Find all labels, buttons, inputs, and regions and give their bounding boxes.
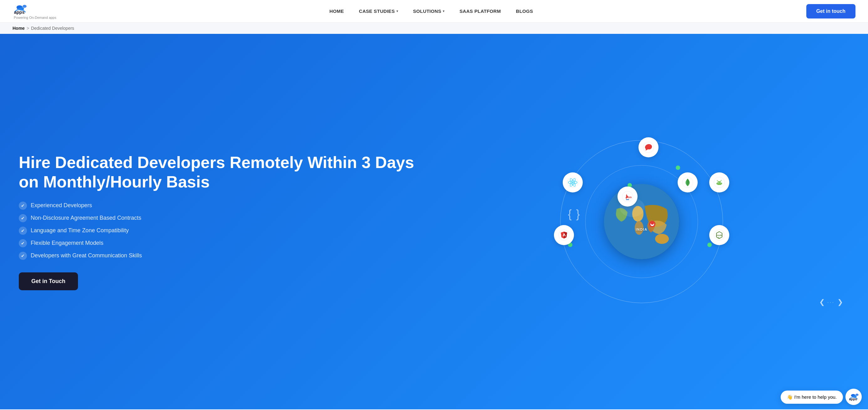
check-icon-1: ✔ bbox=[19, 202, 27, 210]
prev-arrow-icon[interactable]: ❮ bbox=[819, 298, 825, 306]
tech-icon-java[interactable]: Java bbox=[618, 186, 638, 207]
main-nav: HOME CASE STUDIES ▾ SOLUTIONS ▾ SAAS PLA… bbox=[330, 8, 533, 14]
india-label: INDIA bbox=[636, 228, 647, 231]
check-icon-3: ✔ bbox=[19, 227, 27, 235]
svg-point-24 bbox=[718, 182, 719, 183]
orbit-dot-4 bbox=[676, 166, 680, 170]
svg-rect-20 bbox=[626, 199, 629, 200]
chat-avatar[interactable]: apps bbox=[845, 389, 862, 405]
svg-point-15 bbox=[572, 181, 574, 183]
svg-point-25 bbox=[720, 182, 720, 183]
feature-item-5: ✔ Developers with Great Communication Sk… bbox=[19, 252, 434, 260]
mongodb-logo bbox=[682, 177, 693, 188]
svg-rect-28 bbox=[716, 183, 717, 184]
globe-container: INDIA { } bbox=[554, 134, 729, 310]
chat-message: 👋 I'm here to help you. bbox=[787, 394, 837, 400]
hero-section: Hire Dedicated Developers Remotely Withi… bbox=[0, 34, 868, 409]
java-logo: Java bbox=[622, 191, 633, 202]
angular-logo bbox=[558, 230, 569, 241]
svg-point-4 bbox=[604, 184, 679, 259]
breadcrumb-home[interactable]: Home bbox=[12, 26, 25, 31]
logo-subtitle: Powering On-Demand apps bbox=[14, 16, 56, 20]
hero-content: Hire Dedicated Developers Remotely Withi… bbox=[19, 153, 434, 290]
tech-icon-react[interactable] bbox=[563, 172, 583, 193]
next-arrow-icon[interactable]: ❯ bbox=[837, 298, 843, 306]
nav-item-saas-platform[interactable]: SAAS PLATFORM bbox=[460, 8, 501, 14]
header-get-in-touch-button[interactable]: Get in touch bbox=[806, 4, 856, 19]
check-icon-5: ✔ bbox=[19, 252, 27, 260]
feature-item-1: ✔ Experienced Developers bbox=[19, 202, 434, 210]
logo-text: apps bbox=[12, 3, 28, 15]
svg-point-7 bbox=[655, 234, 669, 244]
solutions-chevron-icon: ▾ bbox=[443, 9, 444, 13]
svg-point-11 bbox=[651, 222, 654, 225]
brackets-icon: { } bbox=[568, 207, 579, 221]
svg-text:.js: .js bbox=[717, 237, 720, 238]
tech-icon-angular[interactable] bbox=[554, 225, 574, 245]
nav-item-home[interactable]: HOME bbox=[330, 8, 344, 14]
feature-item-3: ✔ Language and Time Zone Compatibility bbox=[19, 227, 434, 235]
header: apps Powering On-Demand apps HOME CASE S… bbox=[0, 0, 868, 23]
svg-text:apps: apps bbox=[849, 397, 857, 401]
android-logo bbox=[714, 177, 725, 188]
tech-icon-mongodb[interactable] bbox=[678, 172, 698, 193]
globe: INDIA bbox=[604, 184, 679, 259]
logo-icon: apps bbox=[12, 3, 28, 15]
breadcrumb-current: Dedicated Developers bbox=[31, 26, 74, 31]
hero-features-list: ✔ Experienced Developers ✔ Non-Disclosur… bbox=[19, 202, 434, 260]
hero-globe-illustration: INDIA { } bbox=[434, 124, 849, 319]
react-logo bbox=[567, 177, 578, 188]
svg-text:node: node bbox=[717, 234, 722, 237]
nav-item-solutions[interactable]: SOLUTIONS ▾ bbox=[413, 8, 445, 14]
nav-item-case-studies[interactable]: CASE STUDIES ▾ bbox=[359, 8, 398, 14]
check-icon-2: ✔ bbox=[19, 214, 27, 222]
feature-item-2: ✔ Non-Disclosure Agreement Based Contrac… bbox=[19, 214, 434, 222]
chat-avatar-logo: apps bbox=[848, 392, 859, 401]
svg-point-3 bbox=[23, 5, 27, 8]
breadcrumb: Home > Dedicated Developers bbox=[0, 23, 868, 34]
case-studies-chevron-icon: ▾ bbox=[396, 9, 398, 13]
check-icon-4: ✔ bbox=[19, 239, 27, 247]
hero-nav-arrows[interactable]: ❮ ··· ❯ bbox=[819, 298, 843, 306]
tech-icon-swift[interactable] bbox=[639, 137, 658, 157]
logo[interactable]: apps Powering On-Demand apps bbox=[12, 3, 56, 20]
hero-title: Hire Dedicated Developers Remotely Withi… bbox=[19, 153, 434, 192]
svg-text:apps: apps bbox=[14, 10, 25, 15]
hero-cta-button[interactable]: Get in Touch bbox=[19, 272, 78, 290]
tech-icon-nodejs[interactable]: node .js bbox=[709, 225, 729, 245]
chat-widget[interactable]: 👋 I'm here to help you. bbox=[781, 390, 843, 404]
nav-item-blogs[interactable]: BLOGS bbox=[516, 8, 533, 14]
svg-point-39 bbox=[856, 394, 859, 396]
svg-text:Java: Java bbox=[625, 196, 632, 199]
nodejs-logo: node .js bbox=[714, 230, 725, 241]
svg-rect-29 bbox=[721, 183, 722, 184]
breadcrumb-separator: > bbox=[27, 26, 29, 31]
globe-svg bbox=[604, 184, 679, 259]
feature-item-4: ✔ Flexible Engagement Models bbox=[19, 239, 434, 247]
swift-logo bbox=[643, 142, 654, 153]
tech-icon-android[interactable] bbox=[709, 172, 729, 193]
